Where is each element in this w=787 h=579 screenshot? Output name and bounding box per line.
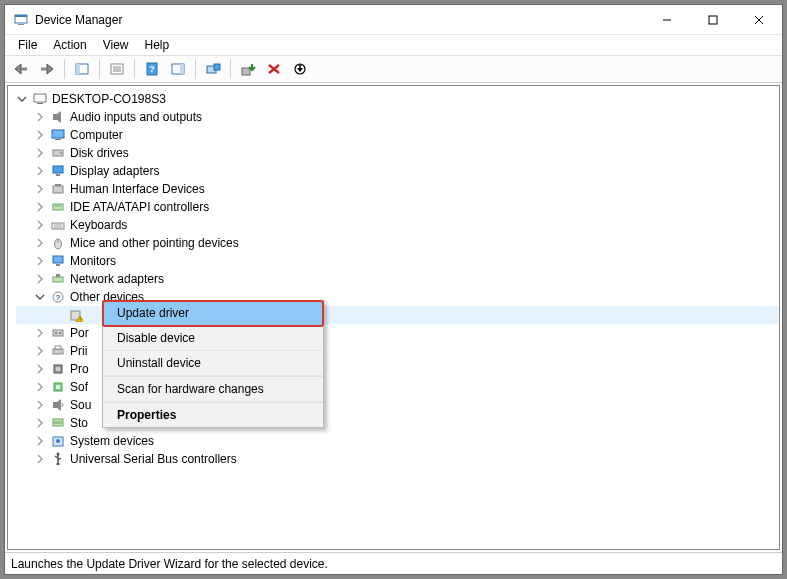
chevron-right-icon[interactable] xyxy=(34,201,46,213)
svg-rect-44 xyxy=(53,256,63,263)
keyboard-icon xyxy=(50,217,66,233)
tree-category[interactable]: Mice and other pointing devices xyxy=(16,234,779,252)
chevron-down-icon[interactable] xyxy=(34,291,46,303)
software-icon xyxy=(50,379,66,395)
toolbar-separator xyxy=(195,59,196,79)
tree-category[interactable]: Keyboards xyxy=(16,216,779,234)
audio-icon xyxy=(50,109,66,125)
disk-icon xyxy=(50,145,66,161)
svg-marker-25 xyxy=(297,68,303,72)
chevron-right-icon[interactable] xyxy=(34,345,46,357)
action-pane-button[interactable] xyxy=(166,57,190,81)
chevron-right-icon[interactable] xyxy=(34,111,46,123)
svg-rect-59 xyxy=(56,367,60,371)
tree-category[interactable]: Monitors xyxy=(16,252,779,270)
chevron-right-icon[interactable] xyxy=(34,399,46,411)
context-disable-device[interactable]: Disable device xyxy=(103,326,323,351)
context-properties[interactable]: Properties xyxy=(103,402,323,427)
svg-point-54 xyxy=(55,332,57,334)
svg-rect-37 xyxy=(53,204,63,210)
menu-action[interactable]: Action xyxy=(46,37,93,53)
unknown-device-warning-icon: ! xyxy=(68,307,84,323)
context-scan-hardware[interactable]: Scan for hardware changes xyxy=(103,376,323,402)
menubar: File Action View Help xyxy=(5,35,782,55)
tree-category[interactable]: Disk drives xyxy=(16,144,779,162)
tree-category[interactable]: Network adapters xyxy=(16,270,779,288)
statusbar-text: Launches the Update Driver Wizard for th… xyxy=(11,557,328,571)
tree-category-label: Sou xyxy=(70,398,91,412)
tree-category-label: System devices xyxy=(70,434,154,448)
toolbar-separator xyxy=(134,59,135,79)
svg-rect-7 xyxy=(21,68,27,71)
other-icon: ? xyxy=(50,289,66,305)
back-button[interactable] xyxy=(9,57,33,81)
minimize-button[interactable] xyxy=(644,5,690,35)
menu-view[interactable]: View xyxy=(96,37,136,53)
tree-category[interactable]: Computer xyxy=(16,126,779,144)
close-button[interactable] xyxy=(736,5,782,35)
show-hide-console-tree-button[interactable] xyxy=(70,57,94,81)
chevron-right-icon[interactable] xyxy=(34,255,46,267)
chevron-right-icon[interactable] xyxy=(34,165,46,177)
context-update-driver[interactable]: Update driver xyxy=(103,301,323,326)
uninstall-button[interactable] xyxy=(262,57,286,81)
tree-root-label: DESKTOP-CO198S3 xyxy=(52,92,166,106)
tree-category[interactable]: System devices xyxy=(16,432,779,450)
svg-rect-18 xyxy=(180,64,184,74)
tree-category-label: Disk drives xyxy=(70,146,129,160)
tree-category-label: Audio inputs and outputs xyxy=(70,110,202,124)
disable-button[interactable] xyxy=(288,57,312,81)
storage-icon xyxy=(50,415,66,431)
tree-category[interactable]: IDE ATA/ATAPI controllers xyxy=(16,198,779,216)
chevron-right-icon[interactable] xyxy=(34,327,46,339)
help-button[interactable]: ? xyxy=(140,57,164,81)
menu-help[interactable]: Help xyxy=(138,37,177,53)
printer-icon xyxy=(50,343,66,359)
svg-rect-45 xyxy=(56,264,60,266)
update-driver-button[interactable] xyxy=(236,57,260,81)
display-icon xyxy=(50,163,66,179)
toolbar-separator xyxy=(99,59,100,79)
usb-icon xyxy=(50,451,66,467)
chevron-right-icon[interactable] xyxy=(34,363,46,375)
chevron-right-icon[interactable] xyxy=(34,417,46,429)
chevron-right-icon[interactable] xyxy=(34,147,46,159)
device-tree-pane: DESKTOP-CO198S3 Audio inputs and outputs… xyxy=(7,85,780,550)
tree-category[interactable]: Universal Serial Bus controllers xyxy=(16,450,779,468)
tree-root[interactable]: DESKTOP-CO198S3 xyxy=(16,90,779,108)
context-uninstall-device[interactable]: Uninstall device xyxy=(103,351,323,376)
toolbar-separator xyxy=(230,59,231,79)
svg-rect-4 xyxy=(709,16,717,24)
svg-rect-8 xyxy=(41,68,47,71)
toolbar-separator xyxy=(64,59,65,79)
svg-rect-39 xyxy=(52,223,64,229)
chevron-right-icon[interactable] xyxy=(34,219,46,231)
device-tree[interactable]: DESKTOP-CO198S3 Audio inputs and outputs… xyxy=(8,86,779,468)
forward-button[interactable] xyxy=(35,57,59,81)
maximize-button[interactable] xyxy=(690,5,736,35)
chevron-right-icon[interactable] xyxy=(34,435,46,447)
sound-icon xyxy=(50,397,66,413)
properties-button[interactable] xyxy=(105,57,129,81)
tree-category-label: Human Interface Devices xyxy=(70,182,205,196)
chevron-right-icon[interactable] xyxy=(34,273,46,285)
tree-category-label: Prii xyxy=(70,344,87,358)
tree-category[interactable]: Display adapters xyxy=(16,162,779,180)
svg-rect-29 xyxy=(52,130,64,138)
tree-category-label: Display adapters xyxy=(70,164,159,178)
svg-rect-20 xyxy=(214,64,220,70)
menu-file[interactable]: File xyxy=(11,37,44,53)
svg-point-55 xyxy=(59,332,61,334)
svg-rect-62 xyxy=(53,402,57,408)
chevron-right-icon[interactable] xyxy=(34,183,46,195)
scan-hardware-button[interactable] xyxy=(201,57,225,81)
tree-category[interactable]: Audio inputs and outputs xyxy=(16,108,779,126)
chevron-right-icon[interactable] xyxy=(34,237,46,249)
chevron-down-icon[interactable] xyxy=(16,93,28,105)
chevron-right-icon[interactable] xyxy=(34,129,46,141)
chevron-right-icon[interactable] xyxy=(34,381,46,393)
chevron-right-icon[interactable] xyxy=(34,453,46,465)
svg-rect-35 xyxy=(53,186,63,193)
svg-rect-47 xyxy=(56,274,60,277)
tree-category[interactable]: Human Interface Devices xyxy=(16,180,779,198)
